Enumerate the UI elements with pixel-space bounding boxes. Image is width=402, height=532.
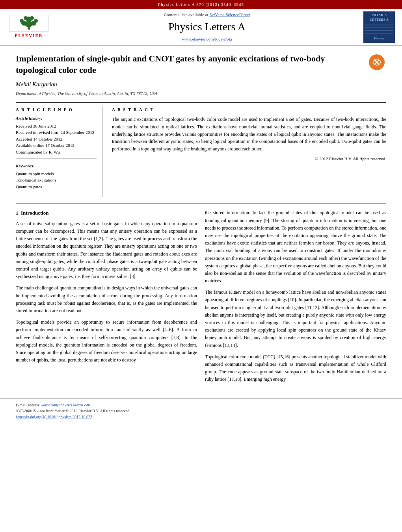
elsevier-tree-svg [17,15,41,30]
footer-doi-link[interactable]: http://dx.doi.org/10.1016/j.physleta.201… [16,415,92,419]
badge-title: PHYSICS LETTERS A [365,13,393,22]
body-col2-p3: Topological color code model (TCC) [15,1… [205,353,386,384]
col-right: the stored information. In fact the grou… [205,209,386,387]
author-name: Mehdi Kargarian [16,80,386,89]
footer-email-line: E-mail address: kargarian@physics.utexas… [16,402,386,408]
journal-badge: PHYSICS LETTERS A Elsevier [363,11,395,43]
copyright-line: © 2012 Elsevier B.V. All rights reserved… [112,156,386,162]
keywords-block: Keywords: Quantum spin models Topologica… [16,163,97,193]
page-footer: E-mail address: kargarian@physics.utexas… [0,399,402,423]
article-title: Implementation of single-qubit and CNOT … [16,53,386,76]
elsevier-label: ELSEVIER [15,32,43,39]
journal-url[interactable]: www.elsevier.com/locate/pla [182,37,232,41]
journal-title: Physics Letters A [50,19,363,35]
svg-point-5 [34,19,38,23]
badge-subtitle: Elsevier [374,36,384,41]
author-affiliation: Department of Physics, The University of… [16,90,386,97]
abstract-heading: A B S T R A C T [112,106,386,113]
banner-row: ELSEVIER Contents lists available at Sci… [0,9,402,46]
body-col1-p3: Topological models provide an opportunit… [16,319,197,364]
revised-text: Received in revised form 24 September 20… [16,129,97,136]
body-col1-p1: A set of universal quantum gates is a se… [16,220,197,281]
history-title: Article history: [16,115,97,122]
keywords-title: Keywords: [16,163,97,169]
body-columns: 1. Introduction A set of universal quant… [16,203,386,387]
crossmark-svg [367,53,386,72]
accepted-text: Accepted 14 October 2012 [16,136,97,143]
svg-point-8 [30,16,34,20]
footer-copyright: 0375-9601/$ – see front matter © 2012 El… [16,408,386,414]
available-text: Available online 17 October 2012 [16,142,97,149]
section1-heading: 1. Introduction [16,209,197,217]
crossmark-icon[interactable] [367,53,386,72]
history-block: Article history: Received 30 June 2012 R… [16,115,97,159]
badge-lines [365,23,393,35]
abstract-section: A B S T R A C T The anyonic excitations … [112,106,386,197]
keyword-1: Quantum spin models [16,171,97,177]
doi-text: Physics Letters A 376 (2012) 3540–3545 [158,2,244,7]
article-info: A R T I C L E I N F O Article history: R… [16,106,102,197]
communicated-text: Communicated by R. Wu [16,149,97,156]
article-info-heading: A R T I C L E I N F O [16,106,97,113]
col-left: 1. Introduction A set of universal quant… [16,209,197,387]
contents-text: Contents lists available at [164,12,208,17]
body-col2-p1: the stored information. In fact the grou… [205,209,386,285]
sciverse-text: Contents lists available at SciVerse Sci… [50,11,363,18]
page-wrapper: Physics Letters A 376 (2012) 3540–3545 [0,0,402,423]
svg-point-7 [24,16,28,20]
article-content: Implementation of single-qubit and CNOT … [0,46,402,395]
svg-point-4 [20,19,24,23]
abstract-text: The anyonic excitations of topological t… [112,116,386,152]
elsevier-logo-image [9,15,48,32]
doi-bar: Physics Letters A 376 (2012) 3540–3545 [0,0,402,9]
footer-email-label: E-mail address: [16,403,40,407]
footer-doi-line: http://dx.doi.org/10.1016/j.physleta.201… [16,414,386,420]
footer-email-link[interactable]: kargarian@physics.utexas.edu [41,403,90,407]
title-row: Implementation of single-qubit and CNOT … [16,53,386,76]
info-abstract-row: A R T I C L E I N F O Article history: R… [16,102,386,197]
journal-center: Contents lists available at SciVerse Sci… [50,11,363,43]
received-text: Received 30 June 2012 [16,123,97,130]
elsevier-logo: ELSEVIER [7,15,50,39]
keyword-3: Quantum gates [16,184,97,190]
body-col2-p2: The famous Kitaev model on a honeycomb l… [205,289,386,349]
body-col1-p2: The main challenge of quantum computatio… [16,284,197,315]
sciverse-link[interactable]: SciVerse ScienceDirect [209,12,250,17]
keyword-2: Topological excitations [16,177,97,184]
